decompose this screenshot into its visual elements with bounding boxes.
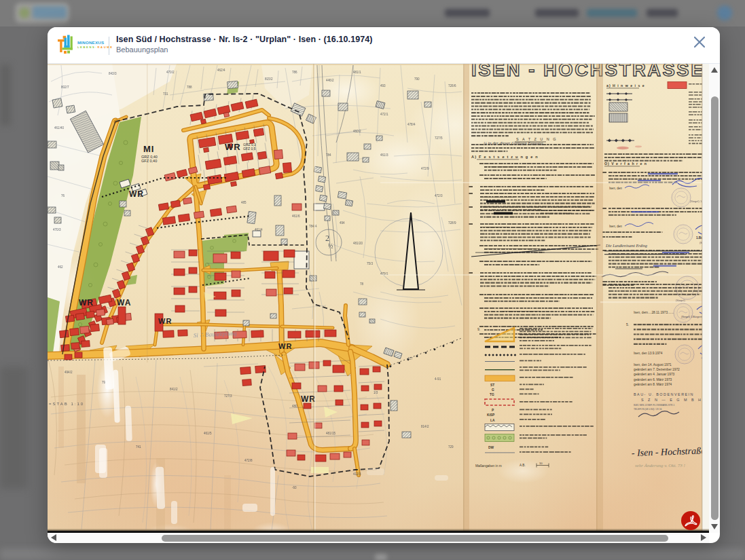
svg-text:731: 731 [163, 92, 168, 96]
svg-text:A.B.: A.B. [520, 464, 526, 467]
svg-text:478/4: 478/4 [407, 123, 416, 126]
svg-text:460/2: 460/2 [353, 130, 361, 133]
svg-text:493: 493 [380, 84, 386, 88]
svg-text:729: 729 [448, 445, 454, 449]
svg-text:784/4: 784/4 [309, 225, 317, 228]
svg-text:470/2: 470/2 [166, 71, 175, 74]
svg-text:841/2: 841/2 [170, 388, 178, 391]
svg-text:76: 76 [61, 194, 65, 198]
svg-text:geändert am 8. März 1974: geändert am 8. März 1974 [634, 383, 672, 386]
svg-text:786: 786 [292, 71, 297, 74]
svg-text:494/2: 494/2 [65, 371, 73, 374]
svg-text:(Siegel) 1.Bürgerm.: (Siegel) 1.Bürgerm. [681, 316, 704, 318]
svg-text:462: 462 [58, 265, 63, 269]
svg-text:472/8: 472/8 [244, 459, 253, 462]
svg-text:815/2: 815/2 [265, 77, 273, 81]
svg-text:=STAB 1:10: =STAB 1:10 [49, 402, 84, 406]
svg-text:ISEN - HOCHSTRASSE: ISEN - HOCHSTRASSE [471, 64, 705, 80]
svg-text:727/3: 727/3 [224, 394, 232, 398]
svg-text:Si ∴ Bauleitplung: Si ∴ Bauleitplung [194, 330, 238, 339]
svg-text:472/9: 472/9 [421, 167, 429, 170]
svg-text:461/4: 461/4 [255, 228, 263, 231]
svg-text:sehr Änderung v. Okt. 73 !: sehr Änderung v. Okt. 73 ! [635, 463, 686, 468]
svg-text:WA: WA [117, 298, 131, 307]
svg-text:446/2: 446/2 [326, 79, 334, 82]
svg-text:9.: 9. [477, 327, 480, 331]
svg-text:P: P [492, 409, 494, 412]
svg-text:S A T Z U N G: S A T Z U N G [516, 137, 558, 141]
svg-text:DW: DW [488, 446, 494, 449]
svg-text:485: 485 [241, 201, 247, 204]
svg-text:5.: 5. [626, 323, 629, 326]
svg-text:2: 2 [325, 234, 329, 243]
svg-text:a) H i n w e i s e: a) H i n w e i s e [606, 83, 645, 88]
svg-text:462/4: 462/4 [217, 69, 225, 72]
svg-text:790: 790 [414, 77, 420, 81]
svg-text:WR: WR [158, 317, 172, 325]
svg-text:494: 494 [340, 221, 345, 225]
svg-text:Isen, den: Isen, den [609, 225, 622, 228]
svg-text:TG: TG [490, 393, 494, 396]
svg-text:78: 78 [360, 282, 364, 286]
svg-text:Isen, den 13.9.1974: Isen, den 13.9.1974 [634, 352, 663, 355]
svg-text:470/3: 470/3 [53, 228, 61, 231]
svg-text:472/3: 472/3 [435, 194, 443, 198]
svg-text:726/6: 726/6 [448, 84, 456, 88]
svg-text:480: 480 [292, 405, 297, 408]
svg-text:BAU- U. BODENVEREIN: BAU- U. BODENVEREIN [634, 392, 694, 396]
svg-text:843/3: 843/3 [109, 72, 117, 75]
svg-text:814/2: 814/2 [421, 425, 429, 428]
svg-text:LA: LA [490, 419, 495, 422]
svg-text:784: 784 [326, 153, 331, 157]
svg-text:geändert am 4. Januar 1973: geändert am 4. Januar 1973 [634, 373, 675, 376]
svg-text:461/5: 461/5 [204, 432, 212, 435]
svg-text:Maßangaben in m: Maßangaben in m [475, 464, 502, 468]
svg-text:728/9: 728/9 [448, 221, 456, 225]
svg-text:461/3: 461/3 [380, 153, 388, 157]
svg-text:geändert am 6. März 1973: geändert am 6. März 1973 [634, 378, 672, 381]
svg-text:461/6: 461/6 [292, 214, 300, 218]
svg-text:GFZ 0,5: GFZ 0,5 [243, 147, 256, 151]
svg-text:A) F e s t s e t z u n g e n: A) F e s t s e t z u n g e n [471, 155, 539, 159]
svg-text:461/40: 461/40 [54, 126, 64, 130]
svg-text:Isen, den: Isen, den [609, 187, 622, 190]
svg-text:1/3: 1/3 [374, 391, 378, 394]
svg-text:802/7: 802/7 [61, 86, 69, 89]
svg-text:481/15: 481/15 [326, 432, 335, 435]
svg-text:481/20: 481/20 [353, 242, 363, 245]
svg-text:10: 10 [539, 462, 543, 465]
svg-text:412/3: 412/3 [353, 472, 361, 476]
svg-text:O) V e r f a h r e n: O) V e r f a h r e n [604, 162, 647, 166]
svg-text:S Z N — E G M B H: S Z N — E G M B H [641, 398, 702, 402]
svg-text:75/3: 75/3 [367, 262, 373, 265]
svg-text:- Isen - Hochstraße -: - Isen - Hochstraße - [632, 445, 709, 458]
svg-text:417: 417 [407, 357, 413, 360]
svg-text:481/1: 481/1 [353, 71, 361, 74]
svg-text:788: 788 [187, 86, 192, 89]
svg-text:geändert am 7. Dezember 1972: geändert am 7. Dezember 1972 [634, 368, 680, 371]
svg-text:TELEFON (08 0 84) / 23 16: TELEFON (08 0 84) / 23 16 [634, 408, 662, 411]
svg-text:4-91: 4-91 [435, 377, 441, 381]
svg-text:MI: MI [143, 144, 154, 154]
svg-text:WR: WR [129, 189, 144, 199]
svg-text:WR: WR [225, 142, 241, 152]
svg-text:G: G [492, 388, 494, 392]
svg-text:472/1: 472/1 [380, 113, 388, 116]
svg-text:GFZ 0,40: GFZ 0,40 [141, 159, 157, 163]
svg-text:KiSP: KiSP [487, 413, 495, 417]
svg-text:727/5: 727/5 [435, 136, 443, 140]
svg-text:-93: -93 [292, 486, 297, 489]
svg-text:ST: ST [490, 384, 494, 387]
svg-text:Die Landkreisamt Erding: Die Landkreisamt Erding [605, 244, 647, 248]
svg-text:Isen, den 14. August 1971: Isen, den 14. August 1971 [634, 363, 672, 367]
svg-text:8081 SEN JOSEF-FLOSSMANN-STR.1: 8081 SEN JOSEF-FLOSSMANN-STR.1 [634, 404, 674, 407]
svg-text:741: 741 [136, 445, 141, 449]
svg-text:WR: WR [79, 298, 94, 307]
svg-text:Isen, dem....28.11.1973.......: Isen, dem....28.11.1973....... [634, 311, 674, 314]
svg-text:WR: WR [278, 342, 292, 350]
svg-text:½: ½ [328, 242, 333, 250]
